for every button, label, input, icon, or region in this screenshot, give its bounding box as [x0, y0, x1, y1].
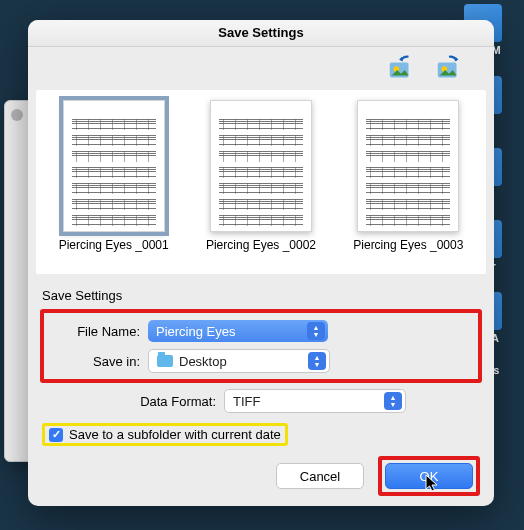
preview-label: Piercing Eyes _0003 — [353, 238, 463, 252]
subfolder-checkbox-label: Save to a subfolder with current date — [69, 427, 281, 442]
preview-item[interactable]: Piercing Eyes _0003 — [353, 100, 463, 252]
highlight-red-box: File Name: Piercing Eyes ▲▼ Save in: Des… — [40, 309, 482, 383]
dialog-title: Save Settings — [28, 20, 494, 47]
preview-label: Piercing Eyes _0001 — [59, 238, 169, 252]
rotate-right-icon[interactable] — [434, 53, 464, 83]
chevron-updown-icon: ▲▼ — [307, 322, 325, 340]
data-format-label: Data Format: — [40, 394, 224, 409]
page-thumbnail[interactable] — [357, 100, 459, 232]
ok-button[interactable]: OK — [385, 463, 473, 489]
section-label: Save Settings — [42, 288, 480, 303]
save-settings-dialog: Save Settings Piercing Eyes _0001 Pierci… — [28, 20, 494, 506]
chevron-updown-icon: ▲▼ — [384, 392, 402, 410]
preview-strip: Piercing Eyes _0001 Piercing Eyes _0002 … — [36, 90, 486, 274]
save-in-select[interactable]: Desktop ▲▼ — [148, 349, 330, 373]
file-name-combobox[interactable]: Piercing Eyes ▲▼ — [148, 320, 328, 342]
preview-item[interactable]: Piercing Eyes _0002 — [206, 100, 316, 252]
chevron-updown-icon: ▲▼ — [308, 352, 326, 370]
page-thumbnail[interactable] — [210, 100, 312, 232]
rotate-left-icon[interactable] — [386, 53, 416, 83]
toolbar — [28, 47, 494, 90]
highlight-yellow-box: ✓ Save to a subfolder with current date — [42, 423, 288, 446]
cancel-button[interactable]: Cancel — [276, 463, 364, 489]
preview-label: Piercing Eyes _0002 — [206, 238, 316, 252]
subfolder-checkbox[interactable]: ✓ — [49, 428, 63, 442]
preview-item[interactable]: Piercing Eyes _0001 — [59, 100, 169, 252]
file-name-label: File Name: — [48, 324, 148, 339]
highlight-red-box: OK — [378, 456, 480, 496]
save-in-label: Save in: — [48, 354, 148, 369]
folder-icon — [157, 355, 173, 367]
page-thumbnail[interactable] — [63, 100, 165, 232]
data-format-select[interactable]: TIFF ▲▼ — [224, 389, 406, 413]
